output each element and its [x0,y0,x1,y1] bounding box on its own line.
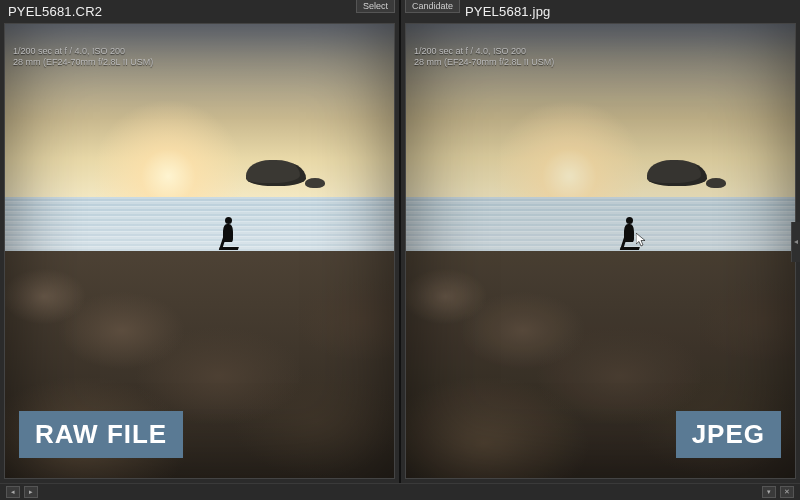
select-exposure: 1/200 sec at f / 4.0, ISO 200 [13,46,153,57]
candidate-exif-overlay: 1/200 sec at f / 4.0, ISO 200 28 mm (EF2… [406,46,562,72]
jpeg-overlay-label: JPEG [676,411,781,458]
filmstrip-right-controls: ▾ ✕ [762,486,794,498]
filmstrip-left-controls: ◂ ▸ [6,486,38,498]
filmstrip-bar: ◂ ▸ ▾ ✕ [0,483,800,500]
filmstrip-next-button[interactable]: ▸ [24,486,38,498]
select-lens: 28 mm (EF24-70mm f/2.8L II USM) [13,57,153,68]
raw-file-overlay-label: RAW FILE [19,411,183,458]
compare-view: ▸ Select PYEL5681.CR2 1/200 sec at f / 4… [0,0,800,500]
filmstrip-prev-button[interactable]: ◂ [6,486,20,498]
select-image-area[interactable]: 1/200 sec at f / 4.0, ISO 200 28 mm (EF2… [4,23,395,479]
candidate-panel: Candidate PYEL5681.jpg 1/200 sec at f / … [399,0,800,483]
compare-row: ▸ Select PYEL5681.CR2 1/200 sec at f / 4… [0,0,800,483]
filmstrip-collapse-button[interactable]: ▾ [762,486,776,498]
select-panel: Select PYEL5681.CR2 1/200 sec at f / 4.0… [0,0,399,483]
candidate-image-area[interactable]: 1/200 sec at f / 4.0, ISO 200 28 mm (EF2… [405,23,796,479]
candidate-filename: PYEL5681.jpg [465,4,792,19]
select-photo [5,24,394,478]
candidate-panel-header: Candidate PYEL5681.jpg [401,0,800,21]
chevron-left-icon: ◂ [794,237,798,246]
candidate-exposure: 1/200 sec at f / 4.0, ISO 200 [414,46,554,57]
candidate-tag[interactable]: Candidate [405,0,460,13]
right-panel-toggle[interactable]: ◂ [791,222,800,262]
select-panel-header: Select PYEL5681.CR2 [0,0,399,21]
candidate-photo [406,24,795,478]
candidate-lens: 28 mm (EF24-70mm f/2.8L II USM) [414,57,554,68]
select-tag[interactable]: Select [356,0,395,13]
filmstrip-close-button[interactable]: ✕ [780,486,794,498]
select-filename: PYEL5681.CR2 [8,4,391,19]
select-exif-overlay: 1/200 sec at f / 4.0, ISO 200 28 mm (EF2… [5,46,161,72]
